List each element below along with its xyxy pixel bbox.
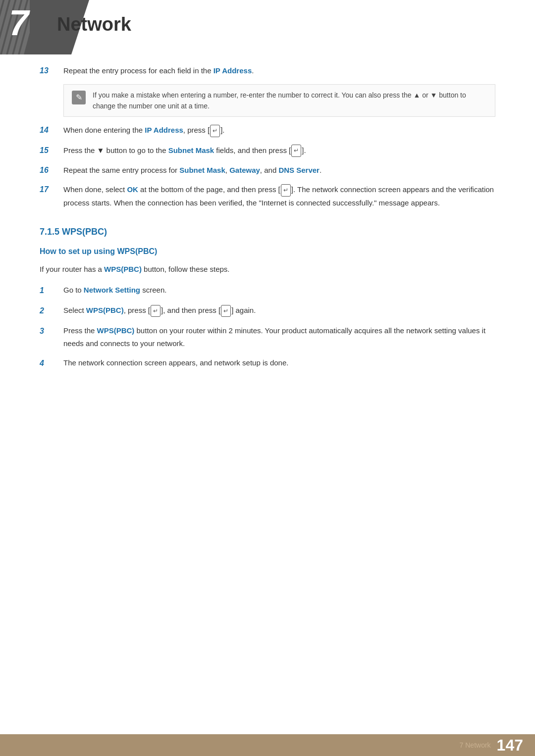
highlight-subnet-mask-2: Subnet Mask	[179, 166, 225, 174]
wps-step-text-2: Select WPS(PBC), press [], and then pres…	[63, 304, 256, 317]
highlight-network-setting: Network Setting	[84, 286, 140, 294]
section-715-heading: 7.1.5 WPS(PBC)	[40, 227, 495, 237]
step-16: 16 Repeat the same entry process for Sub…	[40, 164, 495, 177]
note-box: If you make a mistake when entering a nu…	[63, 84, 495, 117]
page-content: 13 Repeat the entry process for each fie…	[0, 0, 535, 416]
step-14: 14 When done entering the IP Address, pr…	[40, 124, 495, 137]
wps-step-2: 2 Select WPS(PBC), press [], and then pr…	[40, 304, 495, 317]
step-15: 15 Press the ▼ button to go to the Subne…	[40, 144, 495, 157]
page-footer: 7 Network 147	[0, 734, 535, 756]
highlight-wps-pbc-intro: WPS(PBC)	[104, 265, 142, 273]
step-text-13: Repeat the entry process for each field …	[63, 64, 254, 77]
wps-step-text-1: Go to Network Setting screen.	[63, 284, 166, 297]
note-text: If you make a mistake when entering a nu…	[93, 90, 488, 112]
chapter-title: Network	[57, 14, 131, 35]
step-text-14: When done entering the IP Address, press…	[63, 124, 225, 137]
wps-step-4: 4 The network connection screen appears,…	[40, 356, 495, 370]
enter-key-icon	[210, 125, 220, 137]
wps-step-number-1: 1	[40, 284, 59, 297]
step-17: 17 When done, select OK at the bottom of…	[40, 183, 495, 209]
highlight-ip-address-2: IP Address	[145, 126, 183, 134]
subsection-wps-heading: How to set up using WPS(PBC)	[40, 247, 495, 256]
pencil-icon	[72, 91, 86, 104]
enter-key-icon-5	[221, 305, 231, 317]
step-number-16: 16	[40, 164, 59, 177]
wps-step-number-2: 2	[40, 304, 59, 317]
highlight-ok: OK	[127, 185, 138, 194]
step-13: 13 Repeat the entry process for each fie…	[40, 64, 495, 77]
wps-intro: If your router has a WPS(PBC) button, fo…	[40, 263, 495, 276]
step-number-17: 17	[40, 183, 59, 196]
wps-step-1: 1 Go to Network Setting screen.	[40, 284, 495, 297]
highlight-dns-server: DNS Server	[278, 166, 320, 174]
wps-step-text-3: Press the WPS(PBC) button on your router…	[63, 324, 495, 350]
step-text-16: Repeat the same entry process for Subnet…	[63, 164, 321, 177]
wps-step-3: 3 Press the WPS(PBC) button on your rout…	[40, 324, 495, 350]
highlight-wps-pbc-3: WPS(PBC)	[97, 326, 135, 335]
wps-step-text-4: The network connection screen appears, a…	[63, 356, 288, 369]
highlight-gateway: Gateway	[229, 166, 260, 174]
wps-step-number-4: 4	[40, 356, 59, 370]
highlight-ip-address-1: IP Address	[214, 66, 252, 75]
highlight-wps-pbc-2: WPS(PBC)	[86, 306, 124, 314]
footer-label: 7 Network	[460, 741, 491, 749]
step-number-14: 14	[40, 124, 59, 137]
highlight-subnet-mask-1: Subnet Mask	[168, 146, 214, 154]
chapter-number: 7	[9, 5, 29, 41]
wps-step-number-3: 3	[40, 324, 59, 338]
step-text-17: When done, select OK at the bottom of th…	[63, 183, 495, 209]
enter-key-icon-2	[291, 145, 301, 156]
footer-page-number: 147	[497, 736, 523, 755]
enter-key-icon-3	[281, 184, 291, 196]
step-text-15: Press the ▼ button to go to the Subnet M…	[63, 144, 306, 157]
step-number-15: 15	[40, 144, 59, 157]
step-number-13: 13	[40, 64, 59, 77]
note-icon	[71, 90, 87, 105]
enter-key-icon-4	[151, 305, 160, 317]
